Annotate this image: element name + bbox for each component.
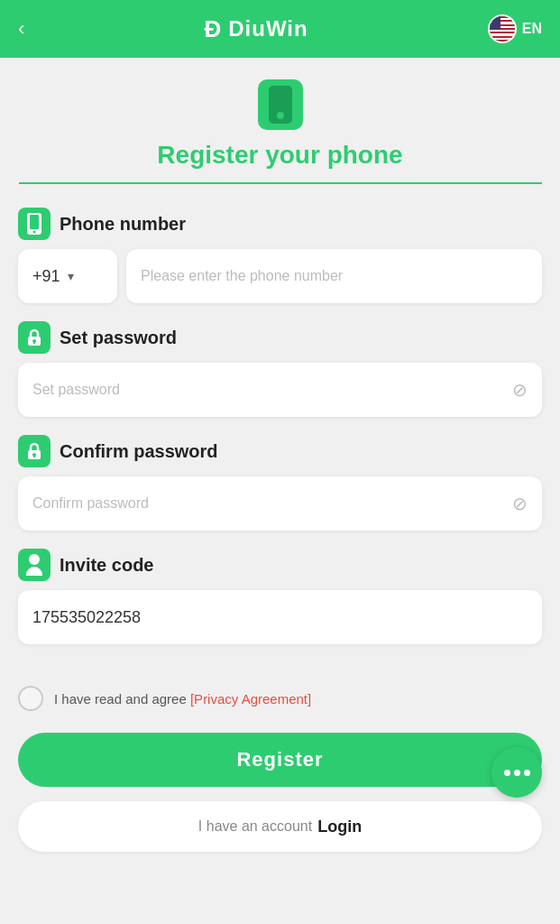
logo-icon: Ð [204,15,221,43]
person-icon [26,554,42,576]
confirm-password-icon [18,435,50,467]
login-row: I have an account Login [18,801,542,852]
svg-rect-5 [33,340,35,344]
svg-rect-8 [33,454,35,457]
invite-code-input[interactable] [18,590,542,644]
set-password-icon [18,321,50,354]
logo-text: DiuWin [228,16,308,42]
header: ‹ Ð DiuWin EN [0,0,560,58]
invite-code-icon [18,549,50,581]
invite-code-label: Invite code [60,555,153,576]
page-content: Register your phone Phone number +91 [0,58,560,888]
phone-label-row: Phone number [18,208,542,240]
logo: Ð DiuWin [204,15,308,43]
lock-icon-svg [24,328,44,347]
title-section: Register your phone [0,58,560,193]
chat-dot-2 [514,770,520,776]
phone-label: Phone number [60,214,186,235]
form-container: Phone number +91 ▾ [0,193,560,677]
flag-icon [488,14,517,43]
language-text: EN [522,21,542,37]
confirm-password-label: Confirm password [60,441,218,462]
set-password-input[interactable] [18,363,542,417]
chat-dot-3 [524,770,530,776]
privacy-checkbox[interactable] [18,686,43,711]
lock2-icon-svg [24,441,44,461]
confirm-password-input[interactable] [18,476,542,531]
phone-icon [258,79,303,130]
phone-number-input[interactable] [126,249,542,303]
invite-code-label-row: Invite code [18,549,542,581]
phone-field-group: Phone number +91 ▾ [18,208,542,303]
toggle-password-icon[interactable]: ⊘ [512,379,528,401]
confirm-password-wrapper: ⊘ [18,476,542,531]
register-button[interactable]: Register [18,733,542,787]
chat-fab-button[interactable] [491,747,542,798]
chat-dot-1 [504,770,510,776]
svg-point-2 [33,231,36,234]
confirm-password-label-row: Confirm password [18,435,542,467]
back-button[interactable]: ‹ [18,17,24,41]
set-password-wrapper: ⊘ [18,363,542,417]
set-password-label: Set password [60,328,177,348]
privacy-link[interactable]: [Privacy Agreement] [190,691,311,707]
privacy-checkbox-row: I have read and agree [Privacy Agreement… [0,677,560,725]
toggle-confirm-password-icon[interactable]: ⊘ [512,493,528,514]
checkbox-text: I have read and agree [Privacy Agreement… [54,691,311,707]
title-underline [19,182,542,184]
invite-code-field-group: Invite code [18,549,542,644]
set-password-label-row: Set password [18,321,542,354]
phone-field-icon [18,208,50,240]
login-link[interactable]: Login [317,818,362,836]
chat-icon [504,770,530,776]
svg-rect-1 [30,215,39,229]
login-prompt-text: I have an account [198,818,312,835]
set-password-field-group: Set password ⊘ [18,321,542,417]
country-code-value: +91 [32,267,60,286]
country-code-button[interactable]: +91 ▾ [18,249,117,303]
chevron-down-icon: ▾ [68,269,74,283]
page-title: Register your phone [157,141,402,170]
language-selector[interactable]: EN [488,14,542,43]
phone-icon-svg [25,213,43,235]
confirm-password-field-group: Confirm password ⊘ [18,435,542,531]
phone-input-row: +91 ▾ [18,249,542,303]
